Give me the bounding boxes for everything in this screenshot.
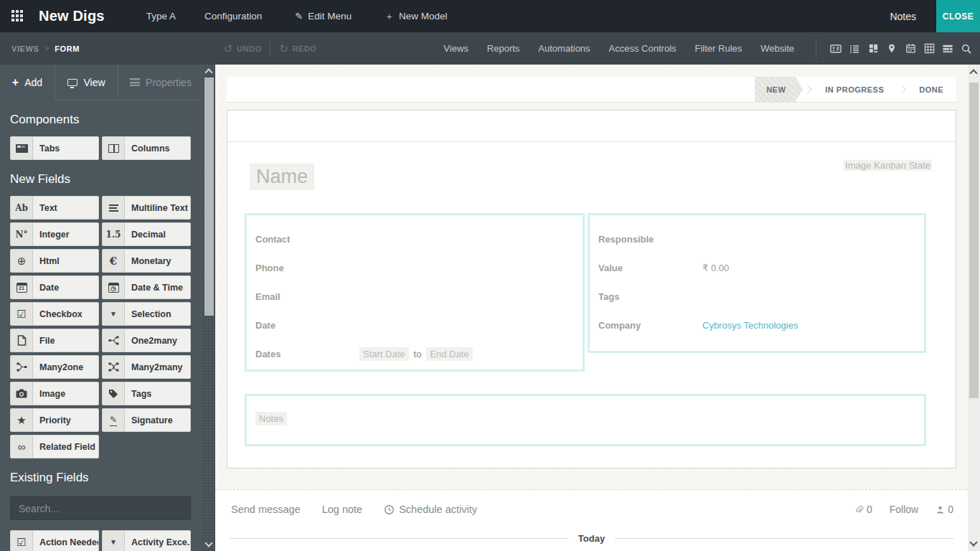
field-row-contact[interactable]: Contact — [255, 225, 583, 253]
field-button-datetime[interactable]: ◷ Date & Time — [102, 276, 191, 299]
close-button[interactable]: CLOSE — [936, 0, 980, 32]
tab-filter-rules[interactable]: Filter Rules — [695, 43, 743, 54]
field-row-value[interactable]: Value ₹ 0.00 — [598, 253, 924, 282]
start-date-placeholder[interactable]: Start Date — [359, 347, 409, 361]
sheet-header-area[interactable] — [227, 110, 956, 142]
tab-automations[interactable]: Automations — [538, 43, 590, 54]
stage-done[interactable]: DONE — [906, 77, 956, 103]
form-sheet: Name ImageKanban State Contact Phone Ema… — [227, 110, 956, 468]
scroll-down-icon[interactable] — [204, 539, 212, 547]
breadcrumb-separator: > — [44, 44, 49, 52]
calendar-view-icon[interactable] — [901, 32, 920, 65]
existing-fields-search-input[interactable] — [10, 496, 191, 520]
breadcrumb-views[interactable]: VIEWS — [11, 44, 39, 53]
tab-views[interactable]: Views — [443, 43, 468, 54]
stage-new[interactable]: NEW — [755, 77, 803, 103]
field-button-selection[interactable]: ▼ Selection — [102, 302, 191, 326]
field-button-activity-exception[interactable]: ▼ Activity Exce... — [102, 530, 191, 551]
field-button-checkbox[interactable]: ☑ Checkbox — [10, 302, 99, 326]
scroll-up-icon[interactable] — [969, 69, 977, 77]
form-view-icon[interactable] — [826, 32, 845, 65]
field-row-company[interactable]: Company Cybrosys Technologies — [598, 311, 924, 339]
kanban-state-placeholder[interactable]: Kanban State — [872, 158, 932, 173]
undo-icon: ↺ — [224, 42, 233, 55]
kanban-view-icon[interactable] — [864, 32, 882, 65]
field-button-html[interactable]: ⊕ Html — [10, 249, 99, 273]
notes-button[interactable]: Notes — [890, 11, 916, 22]
edit-menu-button[interactable]: ✎ Edit Menu — [295, 11, 352, 22]
topbar: New Digs Type A Configuration ✎ Edit Men… — [0, 0, 980, 32]
stage-separator-icon — [897, 85, 906, 94]
name-field-placeholder[interactable]: Name — [250, 164, 314, 190]
field-button-multiline-text[interactable]: Multiline Text — [102, 196, 191, 220]
menu-configuration[interactable]: Configuration — [204, 11, 262, 22]
notes-field[interactable]: Notes — [245, 394, 926, 446]
pivot-view-icon[interactable] — [920, 32, 938, 65]
stage-in-progress[interactable]: IN PROGRESS — [812, 77, 897, 103]
log-note-button[interactable]: Log note — [322, 504, 362, 515]
search-icon[interactable] — [957, 32, 976, 65]
columns-icon — [103, 137, 125, 159]
tab-access-controls[interactable]: Access Controls — [609, 43, 677, 54]
tab-view[interactable]: View — [55, 65, 118, 100]
field-button-text[interactable]: Ab Text — [10, 196, 99, 220]
undo-button[interactable]: ↺ UNDO — [224, 42, 261, 55]
attachments-button[interactable]: 0 — [854, 504, 872, 515]
field-button-many2one[interactable]: Many2one — [10, 355, 99, 379]
tab-add[interactable]: + Add — [0, 65, 55, 100]
field-button-image[interactable]: Image — [10, 382, 99, 405]
field-row-date[interactable]: Date — [255, 311, 583, 339]
list-view-icon[interactable] — [845, 32, 864, 65]
field-button-action-needed[interactable]: ☑ Action Needed — [10, 530, 99, 551]
person-icon — [936, 505, 945, 514]
field-button-priority[interactable]: ★ Priority — [10, 408, 99, 432]
image-field-placeholder[interactable]: Image — [844, 158, 872, 173]
scrollbar-thumb[interactable] — [204, 77, 214, 316]
apps-grid-icon[interactable] — [11, 10, 14, 13]
component-tabs[interactable]: Tabs — [10, 136, 99, 160]
followers-button[interactable]: 0 — [936, 504, 953, 515]
field-button-tags[interactable]: Tags — [102, 382, 191, 405]
follow-button[interactable]: Follow — [890, 504, 918, 515]
component-columns[interactable]: Columns — [102, 136, 191, 160]
scroll-down-icon[interactable] — [969, 538, 977, 546]
date-range-separator: to — [414, 349, 422, 359]
field-button-date[interactable]: 21 Date — [10, 276, 99, 299]
gantt-view-icon[interactable] — [938, 32, 957, 65]
monitor-icon — [67, 79, 77, 86]
field-button-file[interactable]: File — [10, 329, 99, 352]
field-button-related-field[interactable]: ∞ Related Field — [10, 435, 99, 458]
main-scrollbar[interactable] — [968, 65, 980, 551]
field-row-phone[interactable]: Phone — [255, 253, 583, 282]
menu-type-a[interactable]: Type A — [146, 11, 176, 22]
tab-properties[interactable]: Properties — [118, 65, 203, 100]
tabs-icon — [11, 137, 33, 159]
schedule-activity-button[interactable]: Schedule activity — [384, 504, 477, 515]
header-widgets[interactable]: ImageKanban State — [844, 160, 932, 171]
field-row-email[interactable]: Email — [255, 282, 583, 311]
end-date-placeholder[interactable]: End Date — [426, 347, 472, 361]
notes-placeholder[interactable]: Notes — [255, 412, 287, 425]
field-button-one2many[interactable]: One2many — [102, 329, 191, 352]
field-row-tags[interactable]: Tags — [598, 282, 924, 311]
new-model-button[interactable]: ＋ New Model — [385, 10, 448, 23]
field-row-responsible[interactable]: Responsible — [598, 225, 924, 253]
tab-reports[interactable]: Reports — [487, 43, 520, 54]
send-message-button[interactable]: Send message — [231, 504, 301, 515]
scrollbar-thumb[interactable] — [969, 83, 979, 398]
tab-website[interactable]: Website — [760, 43, 794, 54]
map-view-icon[interactable] — [882, 32, 901, 65]
monetary-value[interactable]: ₹ 0.00 — [702, 263, 729, 273]
field-button-decimal[interactable]: 1.5 Decimal — [102, 222, 191, 246]
redo-button[interactable]: ↻ REDO — [279, 42, 316, 55]
sidebar-scrollbar[interactable] — [203, 65, 215, 551]
company-link[interactable]: Cybrosys Technologies — [702, 320, 798, 331]
caret-down-icon: ▼ — [103, 303, 125, 325]
field-button-monetary[interactable]: € Monetary — [102, 249, 191, 273]
field-row-dates[interactable]: Dates Start Date to End Date — [255, 339, 583, 368]
field-button-many2many[interactable]: Many2many — [102, 355, 191, 379]
today-label: Today — [578, 533, 605, 544]
field-button-signature[interactable]: ✎ Signature — [102, 408, 191, 432]
field-button-integer[interactable]: N° Integer — [10, 222, 99, 246]
scroll-up-icon[interactable] — [204, 68, 212, 76]
